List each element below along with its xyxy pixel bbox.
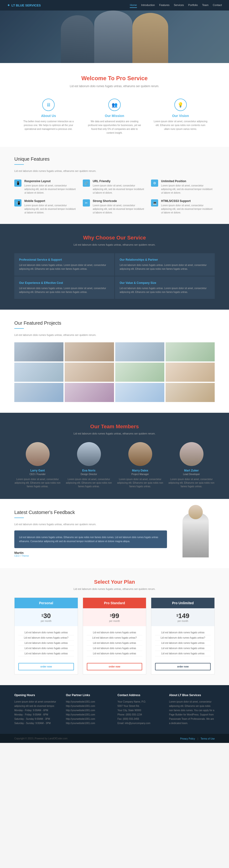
nav-portfolio[interactable]: Portfolio	[188, 3, 198, 8]
partner-link-1[interactable]: http://yourwebsite1001.com	[66, 700, 111, 704]
welcome-cards: 🖥 About Us Tha bellen treat every custom…	[19, 96, 210, 137]
vision-title: Our Vision	[153, 114, 207, 118]
pricing-price-personal: $30 per month	[14, 608, 78, 626]
nav-team[interactable]: Team	[202, 3, 208, 8]
project-thumb-12[interactable]	[166, 383, 215, 402]
pricing-btn-unlimited[interactable]: order now	[155, 663, 210, 670]
footer-about: About LT Blue Services Lorem ipsum dolor…	[169, 693, 215, 725]
feedback-content: Latest Customer's Feedback Lid est labor…	[14, 510, 167, 557]
project-thumb-11[interactable]	[115, 383, 164, 402]
eva-role: Design Director	[66, 473, 112, 475]
pricing-subtitle: Lid est laborum dolo rumes fugats untras…	[14, 588, 215, 590]
feature-unlimited: ⚙ Unlimited Position Lorem ipsum dolor s…	[151, 180, 215, 194]
project-thumb-4[interactable]	[166, 342, 215, 362]
marry-role: Project Manager	[117, 473, 163, 475]
partner-link-6[interactable]: http://yourwebsite1001.com	[66, 721, 111, 725]
author-title: CEO / Theme	[14, 555, 167, 557]
privacy-link[interactable]: Privacy Policy	[180, 737, 195, 740]
copyright: Copyright © 2015 | Powered by LandOfCode…	[14, 737, 67, 740]
navbar: ✦ LT BLUE SERVICES Home Introduction Fea…	[0, 0, 229, 10]
pricing-grid: Personal $30 per month Lid est laborum d…	[14, 597, 215, 674]
project-thumb-1[interactable]	[14, 342, 63, 362]
partner-link-5[interactable]: http://yourwebsite1001.com	[66, 717, 111, 721]
projects-grid	[14, 342, 215, 402]
avatar-mart	[179, 442, 203, 466]
nav-services[interactable]: Services	[174, 3, 184, 8]
hero-people	[0, 10, 229, 63]
welcome-card-about: 🖥 About Us Tha bellen treat every custom…	[19, 96, 78, 137]
partner-link-4[interactable]: http://yourwebsite1001.com	[66, 713, 111, 717]
nav-home[interactable]: Home	[130, 3, 137, 8]
project-thumb-8[interactable]	[166, 363, 215, 382]
pricing-btn-personal[interactable]: order now	[19, 663, 74, 670]
pricing-btn-pro[interactable]: order now	[87, 663, 142, 670]
project-thumb-2[interactable]	[65, 342, 114, 362]
features-grid: 📱 Responsive Layout Lorem ipsum dolor si…	[14, 180, 215, 214]
terms-link[interactable]: Terms of Use	[201, 737, 215, 740]
pricing-pro: Pro Standard $99 per month Lid est labor…	[83, 597, 146, 674]
vision-text: Lorem ipsum dolor sit amet, consectetur …	[153, 120, 207, 131]
url-icon: 🔗	[83, 180, 90, 187]
pricing-header-unlimited: Pro Unlimited	[151, 598, 215, 608]
hero-person-1	[61, 15, 94, 63]
unlimited-icon: ⚙	[151, 180, 158, 187]
team-section: Our Team Members Lid est laborum dolo ru…	[0, 413, 229, 499]
hero-person-2	[94, 10, 132, 63]
brand-icon: ✦	[7, 3, 10, 7]
team-member-eva: Eva Noris Design Director Lorem ipsum do…	[66, 442, 112, 488]
feedback-section: Latest Customer's Feedback Lid est labor…	[0, 499, 229, 568]
footer-contact: Contact Address Your Company Name, P.O. …	[118, 693, 163, 725]
shortcode-icon: ✂	[83, 199, 90, 207]
feedback-subtitle: Lid est laborum dolo rumes fugats untras…	[14, 523, 167, 526]
team-grid: Larry Gant CEO / Founder Lorem ipsum dol…	[14, 442, 215, 488]
project-thumb-3[interactable]	[115, 342, 164, 362]
projects-title: Our Featured Projects	[14, 320, 215, 326]
why-section: Why Choose Our Service Lid est laborum d…	[0, 224, 229, 310]
brand[interactable]: ✦ LT BLUE SERVICES	[7, 3, 41, 7]
brand-name: LT BLUE SERVICES	[11, 4, 41, 7]
about-icon: 🖥	[42, 99, 55, 111]
feature-responsive: 📱 Responsive Layout Lorem ipsum dolor si…	[14, 180, 78, 194]
hero-section	[0, 10, 229, 63]
mobile-icon: 📲	[14, 199, 22, 207]
feedback-author: Martin CEO / Theme	[14, 551, 167, 557]
mart-name: Mart Zuker	[168, 469, 215, 472]
footer-hours: Opening Hours Lorem ipsum dolor sit amet…	[14, 693, 60, 725]
mission-text: We data and advanced analytics are creat…	[88, 120, 142, 135]
feature-html5: 💻 HTML5/CSS3 Support Lorem ipsum dolor s…	[151, 199, 215, 214]
project-thumb-9[interactable]	[14, 383, 63, 402]
nav-contact[interactable]: Contact	[213, 3, 222, 8]
why-card-relationships: Our Relationships & Partner Lid est labo…	[115, 253, 215, 276]
project-thumb-6[interactable]	[65, 363, 114, 382]
avatar-larry	[26, 442, 50, 466]
team-member-mart: Mart Zuker Lead Developer Lorem ipsum do…	[168, 442, 215, 488]
nav-features[interactable]: Features	[159, 3, 169, 8]
pricing-header-pro: Pro Standard	[83, 598, 146, 608]
larry-bio: Lorem ipsum dolor sit amet, consectetur …	[14, 477, 61, 488]
nav-introduction[interactable]: Introduction	[141, 3, 155, 8]
footer: Opening Hours Lorem ipsum dolor sit amet…	[0, 685, 229, 734]
projects-subtitle: Lid est laborum dolo rumes fugats untras…	[14, 334, 215, 336]
partner-link-2[interactable]: http://yourwebsite1001.com	[66, 704, 111, 708]
features-subtitle: Lid est laborum dolo rumes fugats untras…	[14, 169, 215, 173]
about-title: About Us	[22, 114, 76, 118]
team-subtitle: Lid est laborum dolo rumes fugats untras…	[14, 432, 215, 435]
feature-mobile: 📲 Mobile Support Lorem ipsum dolor sit a…	[14, 199, 78, 214]
features-section: Unique Features Lid est laborum dolo rum…	[0, 147, 229, 224]
mart-role: Lead Developer	[168, 473, 215, 475]
project-thumb-10[interactable]	[65, 383, 114, 402]
html5-icon: 💻	[151, 199, 158, 207]
pricing-header-personal: Personal	[14, 598, 78, 608]
projects-section: Our Featured Projects Lid est laborum do…	[0, 310, 229, 413]
mission-icon: 👥	[108, 99, 121, 111]
project-thumb-5[interactable]	[14, 363, 63, 382]
footer-partners: Our Partner Links http://yourwebsite1001…	[66, 693, 111, 725]
marry-bio: Lorem ipsum dolor sit amet, consectetur …	[117, 477, 163, 488]
partner-link-3[interactable]: http://yourwebsite1001.com	[66, 708, 111, 713]
feature-shortcode: ✂ Strong Shortcode Lorem ipsum dolor sit…	[83, 199, 146, 214]
hero-person-3	[132, 13, 168, 63]
pricing-personal: Personal $30 per month Lid est laborum d…	[14, 597, 78, 674]
project-thumb-7[interactable]	[115, 363, 164, 382]
vision-icon: 💡	[174, 99, 187, 111]
welcome-subtitle: Lid est laborum dolo rumes fugats untras…	[19, 85, 210, 88]
